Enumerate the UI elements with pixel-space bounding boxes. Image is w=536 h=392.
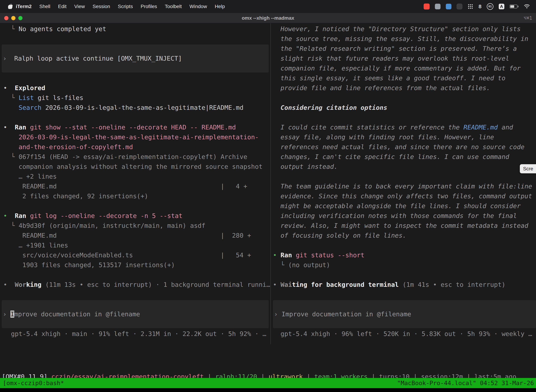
terminal-line: output instead. — [271, 162, 536, 172]
message-input[interactable]: › Improve documentation in @filename — [273, 300, 536, 328]
terminal-line: evidence. Since this change only affects… — [271, 191, 536, 201]
menu-item-scripts[interactable]: Scripts — [118, 4, 133, 9]
text-segment: Ralph loop active continue [OMX_TMUX_INJ… — [14, 55, 182, 62]
blank-line — [0, 34, 270, 44]
text-segment: Ran — [15, 124, 26, 131]
screen-recording-indicator[interactable] — [424, 4, 430, 9]
blank-line — [271, 93, 536, 103]
terminal-line: 2026-03-09-is-legal-the-same-as-legitima… — [0, 132, 270, 142]
screen-edge-overlay[interactable]: Scre — [520, 164, 536, 173]
menu-item-help[interactable]: Help — [215, 4, 225, 9]
menu-bar-status-icons: 861A — [424, 3, 536, 10]
terminal-line: this single essay, it seems like a good … — [271, 73, 536, 83]
terminal-window: └ No agents completed yet› Ralph loop ac… — [0, 23, 536, 378]
text-cursor: I — [10, 311, 14, 318]
menu-item-edit[interactable]: Edit — [58, 4, 67, 9]
battery-icon[interactable] — [510, 5, 518, 9]
text-segment: └ 067f154 (HEAD -> essay/ai-reimplementa… — [3, 153, 247, 160]
text-segment: essay file, along with finding root file… — [273, 134, 494, 141]
keyboard-maestro-icon[interactable]: 8 — [479, 4, 482, 9]
text-segment: However, I noticed the "Directory Struct… — [273, 25, 521, 33]
text-segment: • — [3, 124, 15, 131]
tmux-status-bar: [omx-cczip0:bash* "MacBook-Pro-44.local"… — [0, 378, 536, 388]
terminal-line: companion file, especially if more comme… — [271, 63, 536, 73]
text-segment: references need actual files, and since … — [273, 143, 524, 150]
wifi-icon[interactable] — [524, 4, 530, 9]
blank-line — [0, 201, 270, 211]
message-input: › Improve documentation in @filename — [2, 309, 269, 319]
text-segment: • — [273, 281, 281, 288]
raycast-icon[interactable] — [446, 4, 451, 9]
text-segment — [3, 104, 19, 111]
terminal-line: changes, I can't cite specific file line… — [271, 152, 536, 162]
text-segment: … +1901 lines — [3, 242, 68, 249]
terminal-line: └ 4b9d30f (origin/main, instructkr/main,… — [0, 221, 270, 231]
text-segment: Ran — [281, 252, 292, 259]
message-input[interactable]: › Improve documentation in @filename — [2, 300, 269, 328]
text-segment: and-the-erosion-of-copyleft.md — [3, 143, 133, 150]
text-segment: gpt-5.4 xhigh · main · 91% left · 2.31M … — [3, 330, 266, 337]
text-segment: git status --short — [292, 252, 364, 259]
terminal-line: The team guideline is to back every impo… — [271, 182, 536, 191]
text-segment: Explored — [15, 84, 45, 92]
terminal-line: README.md | 280 + — [0, 231, 270, 240]
terminal-line: • Ran git log --oneline --decorate -n 5 … — [0, 211, 270, 221]
terminal-line: of focusing solely on file lines. — [271, 231, 536, 240]
blank-line — [271, 112, 536, 122]
menu-item-profiles[interactable]: Profiles — [141, 4, 157, 9]
text-segment: git ls-files — [34, 94, 83, 101]
terminal-line: └ (no output) — [271, 260, 536, 270]
terminal-line: provide file and line references from th… — [271, 83, 536, 93]
tmux-pane-left[interactable]: └ No agents completed yet› Ralph loop ac… — [0, 23, 270, 368]
blank-line — [0, 73, 270, 83]
text-segment: • — [3, 281, 15, 288]
text-segment: └ — [3, 94, 19, 101]
text-segment: git show --stat --oneline --decorate HEA… — [26, 124, 236, 131]
terminal-line: I could cite commit statistics or refere… — [271, 122, 536, 132]
blank-line — [0, 270, 270, 280]
text-segment: › — [3, 311, 10, 318]
apps-grid-icon[interactable] — [468, 4, 473, 9]
battery-percentage-icon[interactable]: 61 — [487, 3, 493, 10]
session-status: gpt-5.4 xhigh · 96% left · 520K in · 5.8… — [271, 329, 536, 339]
terminal-line: … +2 lines — [0, 172, 270, 182]
session-status: gpt-5.4 xhigh · main · 91% left · 2.31M … — [0, 329, 270, 339]
working-status: • Working (11m 13s • esc to interrupt) ·… — [0, 280, 270, 289]
menu-item-session[interactable]: Session — [92, 4, 110, 9]
terminal-line: including verification notes with those … — [271, 211, 536, 221]
text-segment: No agents completed yet — [19, 25, 106, 33]
text-segment: and — [498, 124, 513, 131]
text-segment: companion analysis without altering the … — [3, 163, 263, 170]
text-segment: The team guideline is to back every impo… — [273, 183, 532, 190]
text-segment: └ (no output) — [273, 261, 330, 269]
shortcuts-icon[interactable] — [457, 4, 462, 9]
text-segment: └ — [3, 25, 19, 33]
blank-line — [271, 270, 536, 280]
text-segment: king — [26, 281, 42, 288]
text-segment: › — [3, 55, 14, 62]
text-segment: Search — [19, 104, 42, 111]
terminal-line: However, I noticed the "Directory Struct… — [271, 24, 536, 34]
text-segment: of focusing solely on file lines. — [273, 232, 407, 239]
terminal-line: the "Related research writing" section i… — [271, 44, 536, 54]
apple-menu-icon[interactable] — [8, 4, 13, 9]
menu-item-window[interactable]: Window — [190, 4, 207, 9]
terminal-line: … +1901 lines — [0, 240, 270, 250]
tmux-host-clock: "MacBook-Pro-44.local" 04:52 31-Mar-26 — [397, 378, 534, 388]
menu-bar: iTerm2ShellEditViewSessionScriptsProfile… — [0, 0, 536, 13]
text-segment: this single essay, it seems like a good … — [273, 75, 505, 82]
text-segment: › — [274, 311, 282, 318]
text-segment: • — [273, 252, 281, 259]
terminal-line: README.md | 4 + — [0, 182, 270, 191]
browser-icon[interactable] — [435, 4, 440, 9]
tmux-pane-right[interactable]: However, I noticed the "Directory Struct… — [271, 23, 536, 368]
blank-line — [271, 172, 536, 182]
menu-item-shell[interactable]: Shell — [39, 4, 50, 9]
terminal-line: the source tree, missing the essay. Stil… — [271, 34, 536, 44]
menu-item-iterm2[interactable]: iTerm2 — [16, 4, 32, 9]
text-segment: output instead. — [273, 163, 338, 170]
terminal-line: └ 067f154 (HEAD -> essay/ai-reimplementa… — [0, 152, 270, 162]
input-source-icon[interactable]: A — [499, 4, 504, 9]
menu-item-view[interactable]: View — [74, 4, 85, 9]
menu-item-toolbelt[interactable]: Toolbelt — [165, 4, 182, 9]
